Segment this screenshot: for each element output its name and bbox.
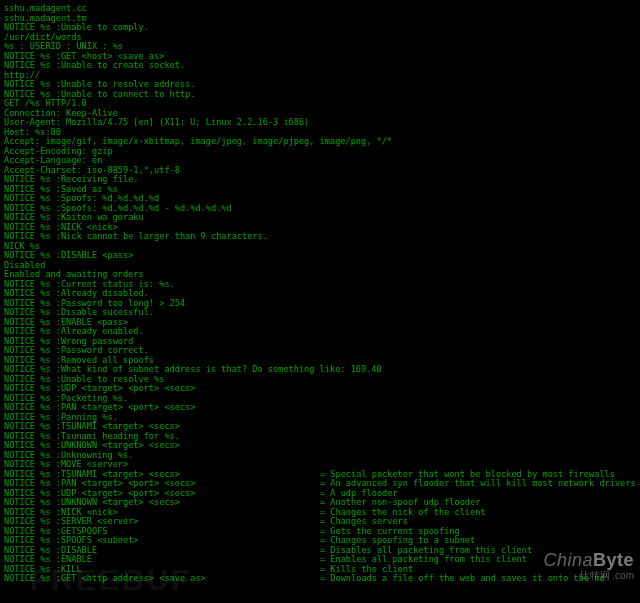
terminal-line: NOTICE %s :GET <http address> <save as>=…	[4, 574, 636, 584]
terminal-line-left: NOTICE %s :GET <http address> <save as>	[4, 574, 320, 584]
terminal-line-right: = Downloads a file off the web and saves…	[320, 574, 605, 584]
terminal-line: NOTICE %s :Nick cannot be larger than 9 …	[4, 232, 636, 242]
terminal-line: NOTICE %s :Unable to connect to http.	[4, 90, 636, 100]
terminal-output: sshu.madagent.ccsshu.madagent.tmNOTICE %…	[0, 0, 640, 588]
terminal-line: NOTICE %s :Unable to create socket.	[4, 61, 636, 71]
terminal-line: NOTICE %s :Unable to comply.	[4, 23, 636, 33]
terminal-line: NOTICE %s :DISABLE <pass>	[4, 251, 636, 261]
terminal-line: User-Agent: Mozilla/4.75 [en] (X11; U; L…	[4, 118, 636, 128]
terminal-line: sshu.madagent.cc	[4, 4, 636, 14]
